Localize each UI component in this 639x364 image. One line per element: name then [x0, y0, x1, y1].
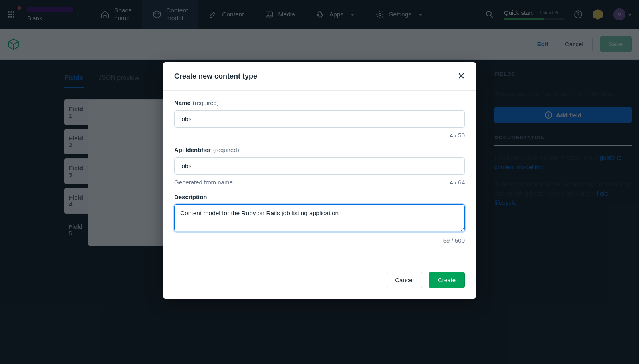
name-input[interactable] [174, 110, 465, 128]
api-counter: 4 / 64 [450, 179, 465, 186]
name-label: Name [174, 99, 191, 106]
description-counter: 59 / 500 [443, 237, 465, 244]
close-icon[interactable]: ✕ [458, 71, 465, 81]
name-counter: 4 / 50 [450, 132, 465, 138]
api-id-label: Api Identifier [174, 146, 211, 153]
create-content-type-modal: Create new content type ✕ Name(required)… [163, 62, 476, 299]
modal-cancel-button[interactable]: Cancel [386, 272, 423, 288]
modal-overlay[interactable]: Create new content type ✕ Name(required)… [0, 0, 639, 364]
api-hint: Generated from name [174, 179, 233, 186]
api-id-input[interactable] [174, 157, 465, 175]
description-label: Description [174, 194, 207, 200]
description-input[interactable] [174, 204, 465, 231]
modal-title: Create new content type [174, 72, 257, 81]
modal-create-button[interactable]: Create [429, 272, 465, 288]
